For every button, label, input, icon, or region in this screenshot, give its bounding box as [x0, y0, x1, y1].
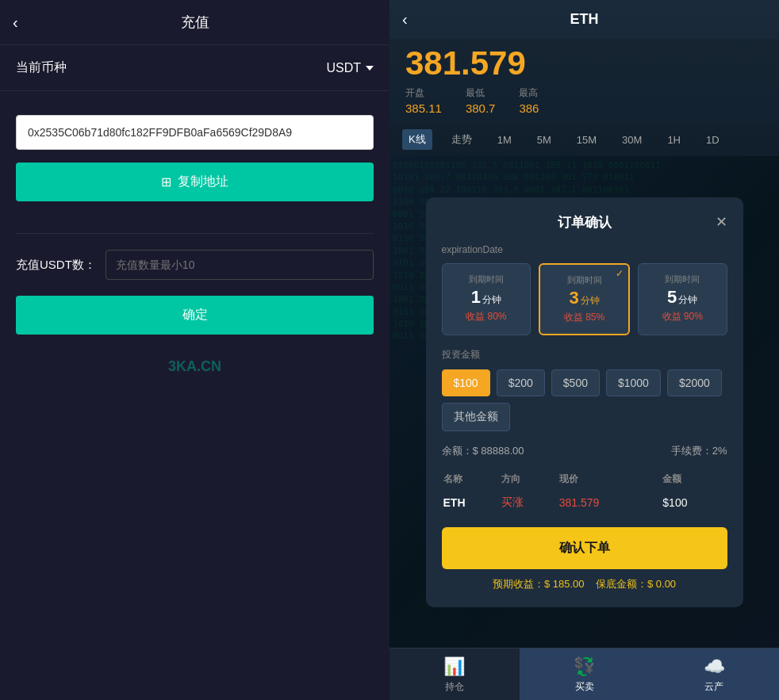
watermark: 3KA.CN	[0, 358, 390, 375]
address-box	[16, 115, 374, 150]
time-option-2-profit: 收益 85%	[547, 311, 622, 324]
stat-open-value: 385.11	[405, 101, 442, 115]
address-section: ⊞ 复制地址	[0, 91, 390, 217]
bottom-nav: 📊 持仓 💱 买卖 ☁️ 云产	[390, 648, 779, 700]
amount-option-other[interactable]: 其他金额	[442, 403, 510, 431]
time-option-1-label: 到期时间	[449, 273, 524, 285]
price-main: 381.579	[405, 47, 763, 80]
time-option-2-unit: 分钟	[581, 294, 600, 308]
section-divider	[16, 233, 374, 234]
modal-close-button[interactable]: ✕	[716, 213, 727, 231]
col-direction: 方向	[501, 472, 558, 491]
trade-icon: 💱	[574, 656, 595, 677]
left-panel: ‹ 充值 当前币种 USDT ⊞ 复制地址 充值USDT数： 确定 3KA.CN	[0, 0, 390, 700]
time-option-3-profit: 收益 90%	[645, 310, 720, 323]
time-option-1min[interactable]: ✓ 到期时间 1 分钟 收益 80%	[442, 263, 531, 335]
amount-option-100[interactable]: $100	[442, 369, 490, 396]
left-header: ‹ 充值	[0, 0, 390, 45]
tab-5m[interactable]: 5M	[531, 131, 558, 149]
stat-open: 开盘 385.11	[405, 86, 442, 115]
amount-input[interactable]	[106, 250, 374, 280]
tab-trend[interactable]: 走势	[445, 129, 478, 150]
balance-row: 余额：$ 88888.00 手续费：2%	[442, 444, 727, 458]
stat-open-label: 开盘	[405, 86, 442, 100]
currency-value: USDT	[326, 61, 361, 75]
right-back-button[interactable]: ‹	[402, 10, 408, 29]
currency-row: 当前币种 USDT	[0, 45, 390, 91]
modal-title: 订单确认	[558, 213, 612, 231]
min-amount-text: 保底金额：$ 0.00	[596, 578, 676, 590]
right-panel: ‹ ETH 381.579 开盘 385.11 最低 380.7 最高 386 …	[390, 0, 779, 700]
order-table: 名称 方向 现价 金额 ETH 买涨 381.579 $100	[442, 471, 727, 514]
col-amount: 金额	[662, 472, 725, 491]
amount-section: 充值USDT数： 确定	[0, 250, 390, 335]
stat-high-label: 最高	[519, 86, 539, 100]
confirm-button[interactable]: 确定	[16, 296, 374, 335]
chart-tabs: K线 走势 1M 5M 15M 30M 1H 1D	[390, 123, 779, 156]
left-back-button[interactable]: ‹	[13, 13, 18, 32]
price-section: 381.579 开盘 385.11 最低 380.7 最高 386	[390, 39, 779, 123]
cloud-icon: ☁️	[704, 656, 725, 677]
amount-label: 充值USDT数：	[16, 258, 96, 273]
check-icon-selected: ✓	[616, 268, 624, 279]
modal-header: 订单确认 ✕	[442, 213, 727, 231]
order-confirmation-modal: 订单确认 ✕ expirationDate ✓ 到期时间 1 分钟 收益 80%	[426, 197, 743, 607]
col-name: 名称	[443, 472, 500, 491]
left-page-title: 充值	[181, 13, 209, 32]
currency-selector[interactable]: USDT	[326, 61, 374, 75]
modal-overlay: 订单确认 ✕ expirationDate ✓ 到期时间 1 分钟 收益 80%	[390, 156, 779, 648]
right-page-title: ETH	[570, 11, 599, 28]
chart-area: 01000101001100 381.5 0011001 385.11 1010…	[390, 156, 779, 648]
tab-1d[interactable]: 1D	[700, 131, 726, 149]
copy-icon: ⊞	[161, 174, 171, 189]
tab-15m[interactable]: 15M	[570, 131, 603, 149]
time-option-2-label: 到期时间	[547, 274, 622, 286]
time-option-5min[interactable]: ✓ 到期时间 5 分钟 收益 90%	[638, 263, 727, 335]
nav-item-cloud[interactable]: ☁️ 云产	[649, 648, 779, 700]
price-stats: 开盘 385.11 最低 380.7 最高 386	[405, 86, 763, 115]
table-row: ETH 买涨 381.579 $100	[443, 492, 726, 513]
nav-label-cloud: 云产	[704, 680, 723, 694]
row-name: ETH	[443, 492, 500, 513]
balance-text: 余额：$ 88888.00	[442, 444, 524, 458]
amount-option-2000[interactable]: $2000	[667, 369, 722, 396]
stat-low-value: 380.7	[466, 101, 496, 115]
amount-option-500[interactable]: $500	[551, 369, 600, 396]
time-option-3-value: 5	[667, 289, 677, 306]
col-price: 现价	[559, 472, 662, 491]
copy-address-button[interactable]: ⊞ 复制地址	[16, 163, 374, 201]
stat-high-value: 386	[519, 101, 539, 115]
nav-label-trade: 买卖	[575, 680, 594, 694]
tab-1h[interactable]: 1H	[661, 131, 687, 149]
nav-item-positions[interactable]: 📊 持仓	[390, 648, 520, 700]
time-option-3min[interactable]: ✓ 到期时间 3 分钟 收益 85%	[539, 263, 630, 335]
nav-item-trade[interactable]: 💱 买卖	[520, 648, 650, 700]
nav-label-positions: 持仓	[445, 680, 464, 694]
row-amount: $100	[662, 492, 725, 513]
confirm-order-button[interactable]: 确认下单	[442, 527, 727, 569]
expiration-label: expirationDate	[442, 244, 727, 255]
time-option-1-profit: 收益 80%	[449, 310, 524, 323]
tab-30m[interactable]: 30M	[616, 131, 648, 149]
right-header: ‹ ETH	[390, 0, 779, 39]
time-option-1-value: 1	[471, 289, 481, 306]
tab-kline[interactable]: K线	[402, 129, 432, 150]
expected-profit-text: 预期收益：$ 185.00	[493, 578, 585, 590]
tab-1m[interactable]: 1M	[491, 131, 518, 149]
fee-text: 手续费：2%	[671, 444, 727, 458]
amount-option-1000[interactable]: $1000	[606, 369, 661, 396]
address-input[interactable]	[28, 126, 362, 139]
time-option-3-label: 到期时间	[645, 273, 720, 285]
chevron-down-icon	[366, 66, 374, 71]
time-options: ✓ 到期时间 1 分钟 收益 80% ✓ 到期时间 3 分钟	[442, 263, 727, 335]
time-option-3-unit: 分钟	[678, 293, 697, 307]
stat-low: 最低 380.7	[466, 86, 496, 115]
time-option-1-unit: 分钟	[482, 293, 501, 307]
time-option-2-value: 3	[569, 289, 578, 307]
stat-low-label: 最低	[466, 86, 496, 100]
row-price: 381.579	[559, 492, 662, 513]
positions-icon: 📊	[443, 656, 465, 677]
stat-high: 最高 386	[519, 86, 539, 115]
amount-option-200[interactable]: $200	[497, 369, 545, 396]
amount-options: $100 $200 $500 $1000 $2000 其他金额	[442, 369, 727, 431]
